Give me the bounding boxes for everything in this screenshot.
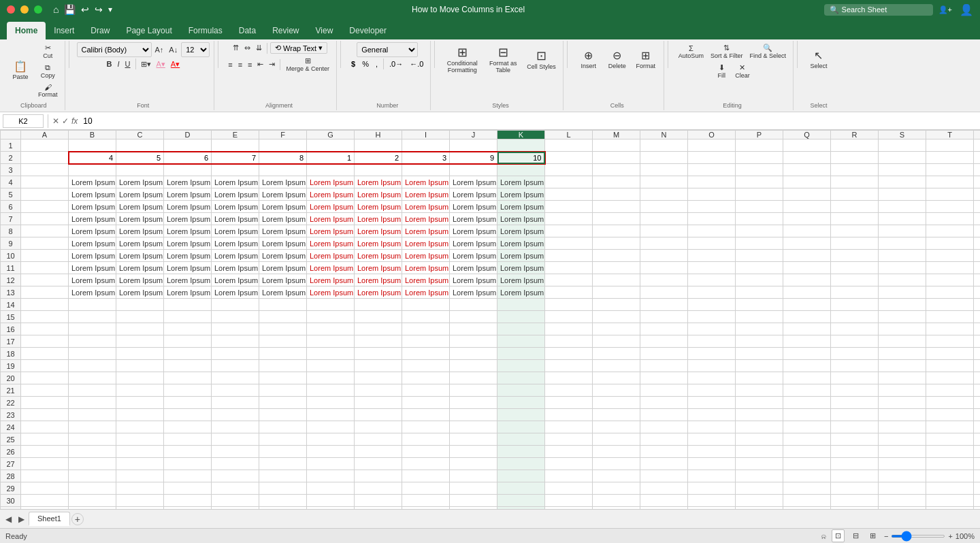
cell-25-13[interactable] (640, 433, 688, 446)
cell-N1[interactable] (640, 139, 688, 152)
cell-9-5[interactable]: Lorem Ipsum (259, 237, 307, 250)
align-center-button[interactable]: ≡ (236, 60, 244, 69)
row-num-8[interactable]: 8 (1, 225, 21, 237)
bold-button[interactable]: B (105, 59, 114, 69)
cell-8-0[interactable] (21, 225, 69, 237)
cell-23-9[interactable] (450, 409, 497, 421)
cell-23-15[interactable] (736, 409, 783, 421)
cell-28-0[interactable] (21, 470, 69, 482)
maximize-btn[interactable] (34, 5, 42, 14)
cell-K1[interactable] (497, 139, 545, 152)
cell-26-16[interactable] (783, 446, 831, 458)
cell-23-20[interactable] (974, 409, 981, 421)
cell-10-11[interactable] (545, 250, 593, 262)
cell-8-3[interactable]: Lorem Ipsum (164, 225, 212, 237)
cell-8-5[interactable]: Lorem Ipsum (259, 225, 307, 237)
cell-25-5[interactable] (259, 433, 307, 446)
cell-25-6[interactable] (307, 433, 355, 446)
cell-7-5[interactable]: Lorem Ipsum (259, 213, 307, 225)
cell-21-4[interactable] (212, 384, 259, 397)
cell-25-8[interactable] (402, 433, 450, 446)
cell-21-8[interactable] (402, 384, 450, 397)
cell-28-12[interactable] (593, 470, 640, 482)
cell-28-4[interactable] (212, 470, 259, 482)
cell-10-20[interactable] (974, 250, 981, 262)
cell-25-14[interactable] (688, 433, 736, 446)
cell-12-17[interactable] (831, 274, 879, 286)
cell-15-2[interactable] (116, 311, 164, 323)
cell-19-0[interactable] (21, 360, 69, 372)
cell-21-18[interactable] (879, 384, 926, 397)
cell-14-5[interactable] (259, 299, 307, 311)
cell-19-6[interactable] (307, 360, 355, 372)
cell-S3[interactable] (879, 164, 926, 176)
cell-H2[interactable]: 2 (355, 152, 402, 164)
cell-8-7[interactable]: Lorem Ipsum (355, 225, 402, 237)
user-icon[interactable]: 👤 (960, 3, 973, 16)
cell-29-5[interactable] (259, 482, 307, 495)
row-num-24[interactable]: 24 (1, 421, 21, 433)
row-num-14[interactable]: 14 (1, 299, 21, 311)
cell-17-17[interactable] (831, 335, 879, 348)
row-num-29[interactable]: 29 (1, 482, 21, 495)
cell-30-6[interactable] (307, 495, 355, 507)
cell-Q1[interactable] (783, 139, 831, 152)
cell-28-8[interactable] (402, 470, 450, 482)
cell-24-2[interactable] (116, 421, 164, 433)
cell-4-6[interactable]: Lorem Ipsum (307, 176, 355, 188)
cell-28-15[interactable] (736, 470, 783, 482)
cell-12-2[interactable]: Lorem Ipsum (116, 274, 164, 286)
cell-13-5[interactable]: Lorem Ipsum (259, 286, 307, 299)
cell-7-13[interactable] (640, 213, 688, 225)
cell-27-17[interactable] (831, 458, 879, 470)
cell-19-18[interactable] (879, 360, 926, 372)
cell-25-2[interactable] (116, 433, 164, 446)
cell-14-6[interactable] (307, 299, 355, 311)
cell-14-0[interactable] (21, 299, 69, 311)
cell-29-9[interactable] (450, 482, 497, 495)
cell-24-17[interactable] (831, 421, 879, 433)
cell-11-14[interactable] (688, 262, 736, 274)
cell-10-1[interactable]: Lorem Ipsum (69, 250, 116, 262)
cell-7-17[interactable] (831, 213, 879, 225)
font-family-select[interactable]: Calibri (Body) (77, 42, 152, 57)
cell-5-3[interactable]: Lorem Ipsum (164, 188, 212, 201)
cell-24-7[interactable] (355, 421, 402, 433)
align-right-button[interactable]: ≡ (246, 60, 254, 69)
row-num-15[interactable]: 15 (1, 311, 21, 323)
cell-30-17[interactable] (831, 495, 879, 507)
cell-6-4[interactable]: Lorem Ipsum (212, 201, 259, 213)
cell-11-2[interactable]: Lorem Ipsum (116, 262, 164, 274)
cell-29-8[interactable] (402, 482, 450, 495)
cell-29-3[interactable] (164, 482, 212, 495)
cell-6-14[interactable] (688, 201, 736, 213)
cell-12-15[interactable] (736, 274, 783, 286)
font-color-button[interactable]: A▾ (169, 59, 182, 69)
cell-28-6[interactable] (307, 470, 355, 482)
col-header-G[interactable]: G (307, 131, 355, 139)
cell-7-7[interactable]: Lorem Ipsum (355, 213, 402, 225)
cell-16-6[interactable] (307, 323, 355, 335)
cell-22-3[interactable] (164, 397, 212, 409)
cell-7-9[interactable]: Lorem Ipsum (450, 213, 497, 225)
row-num-4[interactable]: 4 (1, 176, 21, 188)
cell-17-7[interactable] (355, 335, 402, 348)
cell-12-20[interactable] (974, 274, 981, 286)
cell-30-0[interactable] (21, 495, 69, 507)
cell-22-16[interactable] (783, 397, 831, 409)
cell-11-10[interactable]: Lorem Ipsum (497, 262, 545, 274)
cell-30-19[interactable] (926, 495, 974, 507)
cell-27-20[interactable] (974, 458, 981, 470)
cell-30-3[interactable] (164, 495, 212, 507)
cell-18-20[interactable] (974, 348, 981, 360)
cell-N2[interactable] (640, 152, 688, 164)
cell-15-12[interactable] (593, 311, 640, 323)
cell-10-2[interactable]: Lorem Ipsum (116, 250, 164, 262)
cell-17-14[interactable] (688, 335, 736, 348)
col-header-E[interactable]: E (212, 131, 259, 139)
cell-C1[interactable] (116, 139, 164, 152)
cell-10-9[interactable]: Lorem Ipsum (450, 250, 497, 262)
cell-15-17[interactable] (831, 311, 879, 323)
cell-T3[interactable] (926, 164, 974, 176)
cell-18-7[interactable] (355, 348, 402, 360)
